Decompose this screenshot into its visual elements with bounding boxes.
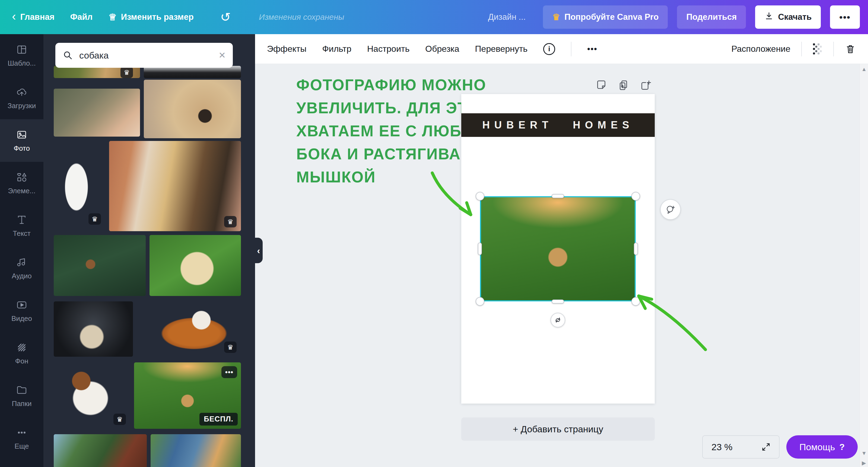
- sidebar-item-label: Аудио: [12, 272, 31, 280]
- photo-tile-white-fluffy-dog[interactable]: ♛: [54, 142, 105, 229]
- rotate-handle[interactable]: [551, 313, 565, 327]
- elements-icon: [16, 171, 28, 184]
- resize-handle-bottom[interactable]: [552, 300, 564, 304]
- scroll-up-icon[interactable]: ▲: [860, 66, 868, 72]
- filter-button[interactable]: Фильтр: [322, 44, 351, 54]
- photo-tile-dog-on-leash[interactable]: [54, 235, 146, 296]
- resize-handle-top-left[interactable]: [476, 192, 484, 201]
- home-button[interactable]: ‹ Главная: [12, 11, 55, 23]
- photo-tile-jack-russell[interactable]: ♛: [54, 362, 130, 429]
- photo-tile-woman-with-dog[interactable]: ♛: [109, 141, 241, 231]
- scroll-right-icon[interactable]: ▶: [862, 460, 866, 466]
- photo-tile-bulldog-puppy[interactable]: ♛: [137, 301, 241, 357]
- add-page-label: + Добавить страницу: [513, 424, 603, 434]
- undo-button[interactable]: ↺: [220, 10, 231, 24]
- sidebar-item-video[interactable]: Видео: [0, 290, 43, 332]
- share-button[interactable]: Поделиться: [677, 5, 746, 29]
- resize-handle-top-right[interactable]: [631, 192, 640, 201]
- video-icon: [16, 299, 28, 311]
- photo-tile-labrador[interactable]: [54, 301, 133, 357]
- photo-tile-pug[interactable]: [144, 80, 241, 138]
- sidebar-item-uploads[interactable]: Загрузки: [0, 77, 43, 119]
- file-label: Файл: [70, 12, 93, 22]
- vertical-scrollbar[interactable]: ▲ ▼: [860, 64, 868, 459]
- photo-tile-paw-in-hand[interactable]: [54, 89, 140, 137]
- chevron-left-icon: ‹: [12, 10, 16, 22]
- crop-button[interactable]: Обрезка: [425, 44, 459, 54]
- sidebar-item-text[interactable]: Текст: [0, 204, 43, 247]
- brand-header-element[interactable]: HUBERT HOMES: [461, 113, 655, 137]
- tile-options-button[interactable]: •••: [221, 366, 237, 378]
- resize-handle-right[interactable]: [634, 242, 638, 255]
- photos-panel: ♛ ♛ ♛ ♛ ♛: [43, 34, 255, 467]
- zoom-control[interactable]: 23 %: [702, 435, 779, 459]
- info-icon[interactable]: i: [543, 43, 555, 55]
- selection-border: [480, 196, 636, 301]
- photo-tile-beagle-running[interactable]: ••• БЕСПЛ.: [134, 362, 241, 429]
- file-menu-button[interactable]: Файл: [70, 12, 93, 22]
- effects-button[interactable]: Эффекты: [267, 44, 306, 54]
- sidebar-item-background[interactable]: Фон: [0, 332, 43, 374]
- sidebar-item-label: Фото: [13, 144, 30, 153]
- sidebar-item-elements[interactable]: Элеме...: [0, 162, 43, 204]
- add-comment-button[interactable]: [660, 199, 681, 220]
- audio-notes-icon: [16, 256, 28, 269]
- design-title[interactable]: Дизайн ...: [488, 12, 526, 22]
- resize-button[interactable]: ♕ Изменить размер: [108, 12, 194, 23]
- search-icon: [62, 50, 73, 61]
- resize-handle-bottom-right[interactable]: [631, 297, 640, 306]
- selected-image-beagle[interactable]: [480, 196, 636, 301]
- photo-tile-woman-kissing-dog[interactable]: [54, 434, 147, 467]
- add-page-button[interactable]: + Добавить страницу: [461, 418, 655, 441]
- canva-editor: ‹ Главная Файл ♕ Изменить размер ↺ Измен…: [0, 0, 868, 467]
- premium-crown-badge: ♛: [224, 216, 237, 227]
- sidebar-item-label: Элеме...: [8, 187, 35, 195]
- search-input[interactable]: собака ✕: [55, 43, 233, 68]
- context-toolbar: Эффекты Фильтр Настроить Обрезка Перевер…: [255, 34, 868, 64]
- flip-button[interactable]: Перевернуть: [475, 44, 528, 54]
- resize-label: Изменить размер: [121, 12, 194, 22]
- sidebar: Шабло... Загрузки Фото: [0, 34, 43, 467]
- background-icon: [16, 341, 28, 354]
- download-button[interactable]: Скачать: [755, 5, 821, 29]
- sidebar-item-label: Загрузки: [8, 102, 36, 110]
- text-icon: [16, 213, 28, 226]
- upload-cloud-icon: [16, 86, 28, 98]
- sidebar-item-templates[interactable]: Шабло...: [0, 34, 43, 77]
- sidebar-item-label: Текст: [13, 229, 30, 238]
- photo-tile-corgi[interactable]: [151, 434, 241, 467]
- position-button[interactable]: Расположение: [731, 44, 790, 54]
- try-canva-pro-label: Попробуйте Canva Pro: [564, 12, 658, 22]
- sidebar-item-label: Видео: [11, 314, 32, 323]
- crown-icon: ♛: [227, 218, 234, 226]
- resize-handle-top[interactable]: [552, 194, 564, 198]
- fullscreen-icon[interactable]: [762, 443, 770, 451]
- collapse-panel-button[interactable]: ‹: [254, 238, 262, 263]
- notes-icon[interactable]: [595, 79, 608, 92]
- duplicate-page-icon[interactable]: [617, 79, 630, 92]
- photo-tile-golden-in-grass[interactable]: [150, 235, 241, 296]
- undo-icon: ↺: [220, 10, 231, 24]
- adjust-button[interactable]: Настроить: [367, 44, 409, 54]
- toolbar-more-button[interactable]: •••: [587, 44, 597, 54]
- page-actions: [595, 79, 652, 92]
- rotate-icon: [554, 316, 562, 324]
- sidebar-item-label: Фон: [15, 357, 29, 365]
- clear-search-icon[interactable]: ✕: [218, 50, 226, 61]
- transparency-icon[interactable]: [813, 43, 823, 55]
- sidebar-item-photos[interactable]: Фото: [0, 119, 43, 162]
- search-value: собака: [79, 50, 213, 61]
- trash-icon[interactable]: [845, 43, 856, 55]
- sidebar-item-folders[interactable]: Папки: [0, 374, 43, 417]
- horizontal-scrollbar[interactable]: ▶: [860, 459, 868, 467]
- try-canva-pro-button[interactable]: ♛ Попробуйте Canva Pro: [543, 5, 668, 29]
- add-page-icon[interactable]: [640, 79, 652, 92]
- toolbar-divider: [801, 42, 802, 56]
- resize-handle-left[interactable]: [478, 242, 482, 255]
- sidebar-item-more[interactable]: Еще: [0, 417, 43, 460]
- resize-handle-bottom-left[interactable]: [476, 297, 484, 306]
- scroll-down-icon[interactable]: ▼: [860, 450, 868, 457]
- sidebar-item-audio[interactable]: Аудио: [0, 247, 43, 290]
- topbar-more-button[interactable]: •••: [830, 5, 860, 29]
- help-button[interactable]: Помощь ?: [786, 435, 858, 459]
